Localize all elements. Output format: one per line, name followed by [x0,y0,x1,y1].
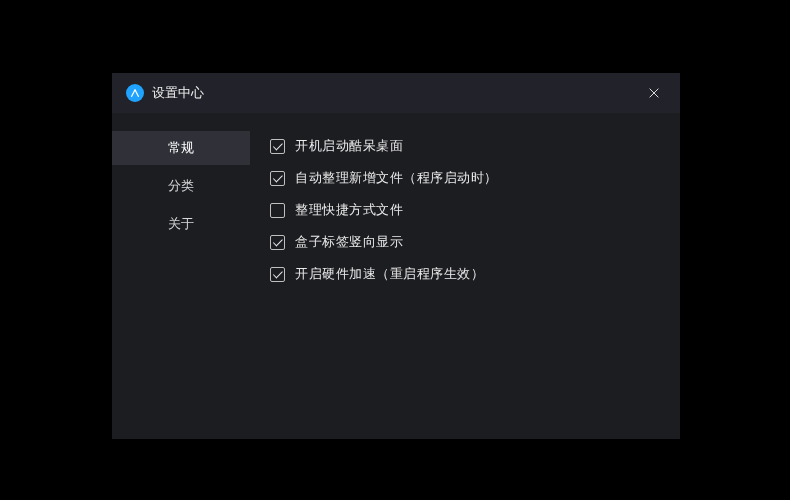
checkbox-shortcuts[interactable] [270,203,285,218]
dialog-body: 常规 分类 关于 开机启动酷呆桌面 自动整理新增文件（程序启动时） 整理快捷方式… [112,113,680,439]
sidebar: 常规 分类 关于 [112,113,250,439]
setting-row-autoorganize: 自动整理新增文件（程序启动时） [270,169,660,187]
setting-row-autostart: 开机启动酷呆桌面 [270,137,660,155]
checkbox-autoorganize[interactable] [270,171,285,186]
sidebar-item-about[interactable]: 关于 [112,207,250,241]
settings-panel: 开机启动酷呆桌面 自动整理新增文件（程序启动时） 整理快捷方式文件 盒子标签竖向… [250,113,680,439]
titlebar: 设置中心 [112,73,680,113]
checkbox-autostart[interactable] [270,139,285,154]
close-icon [647,86,661,100]
setting-label: 开机启动酷呆桌面 [295,137,403,155]
checkbox-verticaltabs[interactable] [270,235,285,250]
setting-row-hwaccel: 开启硬件加速（重启程序生效） [270,265,660,283]
setting-row-shortcuts: 整理快捷方式文件 [270,201,660,219]
setting-label: 整理快捷方式文件 [295,201,403,219]
app-icon [126,84,144,102]
setting-row-verticaltabs: 盒子标签竖向显示 [270,233,660,251]
setting-label: 盒子标签竖向显示 [295,233,403,251]
close-button[interactable] [640,73,668,113]
checkbox-hwaccel[interactable] [270,267,285,282]
sidebar-item-general[interactable]: 常规 [112,131,250,165]
sidebar-item-category[interactable]: 分类 [112,169,250,203]
setting-label: 自动整理新增文件（程序启动时） [295,169,498,187]
settings-dialog: 设置中心 常规 分类 关于 开机启动酷呆桌面 自动整理新增文件（程序启动时） 整… [112,73,680,439]
window-title: 设置中心 [152,84,204,102]
setting-label: 开启硬件加速（重启程序生效） [295,265,484,283]
